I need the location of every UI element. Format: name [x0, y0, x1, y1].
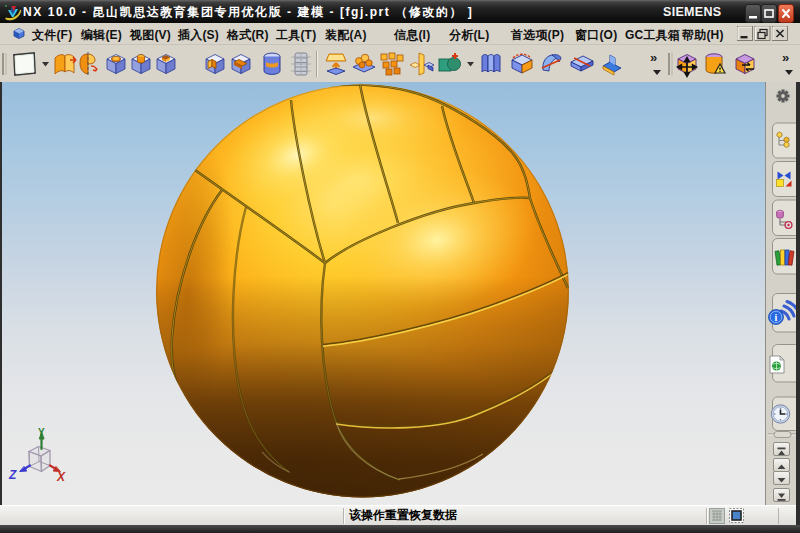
svg-text:X: X	[56, 470, 66, 484]
svg-text:i: i	[775, 312, 778, 323]
svg-text:»: »	[782, 50, 789, 65]
svg-text:Y: Y	[38, 427, 45, 438]
svg-text:Z: Z	[8, 468, 17, 482]
svg-text:»: »	[650, 50, 657, 65]
